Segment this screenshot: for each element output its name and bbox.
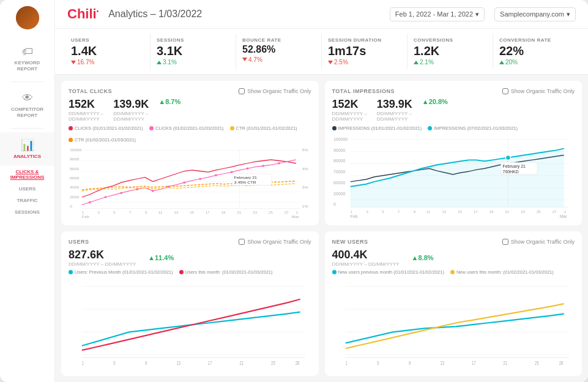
metric-value: 152K: [332, 98, 367, 111]
organic-toggle[interactable]: Show Organic Traffic Only: [502, 88, 575, 94]
svg-text:9: 9: [408, 360, 410, 367]
svg-text:23: 23: [253, 211, 257, 215]
svg-point-17: [89, 201, 91, 203]
legend-item: CLICKS (01/01/2021-01/02/2021): [69, 125, 143, 131]
organic-label: Show Organic Traffic Only: [247, 88, 311, 94]
organic-checkbox[interactable]: [502, 88, 508, 94]
metric-2: 139.9K DD/MM/YYYY –DD/MM/YYYY: [113, 98, 149, 122]
organic-checkbox[interactable]: [239, 239, 245, 245]
avatar[interactable]: [16, 6, 39, 29]
legend-dot: [450, 270, 455, 274]
metric-change-value: ▲11.4%: [148, 254, 174, 261]
organic-toggle[interactable]: Show Organic Traffic Only: [239, 88, 311, 94]
subnav-traffic[interactable]: TRAFFIC: [0, 195, 54, 206]
metric-value: 827.6K: [69, 249, 136, 261]
svg-text:6000: 6000: [70, 176, 80, 180]
sidebar-item-competitor-report[interactable]: 👁 COMPETITORREPORT: [0, 86, 54, 124]
svg-text:19: 19: [221, 211, 226, 215]
svg-text:0: 0: [70, 204, 72, 208]
svg-text:7: 7: [129, 211, 131, 215]
svg-text:17: 17: [206, 211, 210, 215]
svg-text:Mar: Mar: [292, 214, 300, 218]
sidebar-divider-2: [11, 128, 43, 129]
domain-picker[interactable]: Samplecompany.com ▾: [494, 7, 576, 21]
svg-text:13: 13: [174, 211, 178, 215]
triangle-down-icon: [71, 61, 76, 64]
chart-header: TOTAL CLICKS Show Organic Traffic Only: [69, 88, 311, 94]
date-range-picker[interactable]: Feb 1, 2022 - Mar 1, 2022 ▾: [390, 7, 485, 21]
svg-point-19: [120, 192, 122, 194]
metric-sub: DD/MM/YYYY – DD/MM/YYYY: [332, 261, 400, 267]
sidebar-item-analytics[interactable]: 📊 ANALYTICS: [0, 132, 54, 166]
new-users-chart-svg: 1 5 9 13 17 21 25 28: [332, 277, 575, 369]
svg-text:17: 17: [473, 210, 477, 214]
svg-text:Feb: Feb: [350, 214, 357, 218]
sidebar-item-label-analytics: ANALYTICS: [13, 154, 41, 160]
subnav-clicks-impressions[interactable]: CLICKS &IMPRESSIONS: [0, 166, 54, 183]
subnav-users[interactable]: USERS: [0, 183, 54, 195]
svg-point-23: [183, 182, 185, 184]
svg-text:17: 17: [471, 360, 475, 367]
svg-text:27: 27: [552, 210, 556, 214]
chart-users: USERS Show Organic Traffic Only 827.6K D…: [61, 231, 319, 376]
svg-text:7: 7: [398, 210, 400, 214]
svg-text:80000: 80000: [333, 159, 344, 163]
chevron-down-icon: ▾: [475, 10, 479, 18]
svg-text:1: 1: [82, 360, 84, 367]
metric-change: ▲8.7%: [158, 98, 180, 122]
svg-text:1%: 1%: [302, 204, 308, 208]
triangle-up-icon: [414, 61, 419, 64]
legend-item: Users this month: (01/02/2021-01/03/2021…: [179, 269, 273, 275]
svg-text:5: 5: [113, 360, 115, 367]
organic-toggle[interactable]: Show Organic Traffic Only: [502, 239, 575, 245]
stat-change: 2.1%: [414, 59, 486, 66]
svg-text:3: 3: [366, 210, 368, 214]
metric-1: 827.6K DD/MM/YYYY – DD/MM/YYYY: [69, 249, 136, 267]
stat-conversion-rate: CONVERSION RATE 22% 20%: [493, 34, 578, 69]
svg-text:9: 9: [145, 211, 147, 215]
svg-text:90000: 90000: [333, 148, 344, 152]
organic-checkbox[interactable]: [502, 239, 508, 245]
sidebar-item-keyword-report[interactable]: 🏷 KEYWORDREPORT: [0, 39, 54, 78]
stat-value: 52.86%: [242, 44, 315, 55]
svg-text:25: 25: [269, 211, 273, 215]
stat-value: 1.2K: [414, 44, 486, 58]
legend-item: IMPRESSIONS (07/02/2021-01/03/2021): [428, 125, 518, 131]
stat-change: 2.5%: [328, 59, 401, 66]
organic-checkbox[interactable]: [239, 88, 245, 94]
chart-new-users: NEW USERS Show Organic Traffic Only 400.…: [325, 231, 582, 376]
svg-point-24: [199, 178, 201, 180]
chart-legend: New users previous month (01/01/2021-01/…: [332, 269, 575, 275]
svg-text:1: 1: [345, 360, 347, 367]
chevron-down-icon-2: ▾: [567, 10, 570, 18]
svg-text:0: 0: [333, 202, 335, 206]
organic-toggle[interactable]: Show Organic Traffic Only: [239, 239, 311, 245]
sidebar-item-label-competitor: COMPETITORREPORT: [11, 107, 43, 118]
legend-dot: [69, 138, 73, 142]
sidebar: 🏷 KEYWORDREPORT 👁 COMPETITORREPORT 📊 ANA…: [0, 0, 55, 382]
logo: Chili•: [67, 6, 99, 22]
organic-label: Show Organic Traffic Only: [511, 239, 575, 245]
svg-text:9000: 9000: [70, 157, 80, 161]
metric-sub: DD/MM/YYYY –DD/MM/YYYY: [332, 111, 367, 122]
triangle-down-icon: [242, 58, 247, 61]
legend-dot: [69, 126, 73, 130]
legend-item: New users previous month (01/01/2021-01/…: [332, 269, 444, 275]
svg-text:5: 5: [382, 210, 384, 214]
legend-dot: [428, 126, 432, 130]
svg-text:28: 28: [559, 360, 563, 367]
legend-item: CTR (01/02/2021-01/03/2021): [69, 137, 136, 143]
svg-text:9: 9: [145, 360, 147, 367]
stat-label: SESSIONS: [157, 37, 229, 43]
metric-value: 400.4K: [332, 249, 400, 261]
chart-svg-area: 10000 9000 8000 6000 4000 2000 0 5% 4% 3…: [69, 145, 311, 218]
chart-total-impressions: TOTAL IMPRESSIONS Show Organic Traffic O…: [325, 81, 582, 225]
chart-metrics: 152K DD/MM/YYYY –DD/MM/YYYY 139.9K DD/MM…: [332, 98, 575, 122]
svg-text:11: 11: [158, 211, 163, 215]
svg-point-28: [262, 165, 264, 167]
svg-text:700HKD: 700HKD: [502, 170, 518, 174]
chart-metrics: 152K DD/MM/YYYY –DD/MM/YYYY 139.9K DD/MM…: [69, 98, 311, 122]
organic-label: Show Organic Traffic Only: [247, 239, 311, 245]
svg-point-21: [152, 190, 154, 192]
subnav-sessions[interactable]: SESSIONS: [0, 206, 54, 218]
